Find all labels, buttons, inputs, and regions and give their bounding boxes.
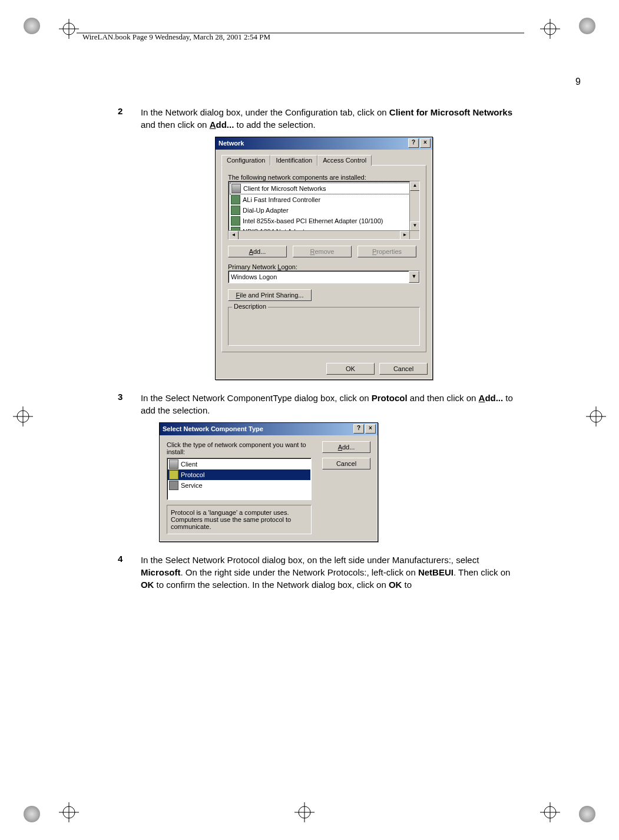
adapter-icon (231, 216, 240, 226)
step-text: In the Network dialog box, under the Con… (141, 106, 524, 131)
crosshair-icon (59, 19, 79, 39)
dialog-title: Select Network Component Type (163, 425, 263, 432)
components-label: The following network components are ins… (228, 174, 420, 181)
components-listbox[interactable]: Client for Microsoft Networks ALi Fast I… (228, 181, 420, 240)
list-item[interactable]: Intel 8255x-based PCI Ethernet Adapter (… (230, 216, 418, 226)
registration-mark-icon (579, 806, 595, 822)
crosshair-icon (294, 802, 315, 822)
list-item[interactable]: Client for Microsoft Networks (230, 183, 418, 194)
close-button[interactable]: × (420, 138, 431, 148)
doc-header: WireLAN.book Page 9 Wednesday, March 28,… (82, 32, 270, 42)
dialog-titlebar: Select Network Component Type ? × (160, 423, 378, 435)
properties-button[interactable]: Properties (358, 246, 416, 257)
registration-mark-icon (24, 18, 40, 34)
dialog-title: Network (219, 140, 244, 147)
component-type-listbox[interactable]: Client Protocol Service (167, 458, 312, 500)
step-text: In the Select Network ComponentType dial… (141, 392, 524, 416)
crosshair-icon (540, 802, 560, 822)
crosshair-icon (540, 19, 560, 39)
tab-access-control[interactable]: Access Control (317, 155, 372, 166)
step-number: 4 (118, 554, 138, 564)
dropdown-value: Windows Logon (229, 273, 409, 280)
step-number: 3 (118, 392, 138, 402)
list-item[interactable]: ALi Fast Infrared Controller (230, 194, 418, 205)
scroll-right-button[interactable]: ► (400, 231, 410, 240)
scroll-up-button[interactable]: ▲ (410, 181, 420, 191)
add-button[interactable]: Add... (322, 441, 370, 453)
horizontal-scrollbar[interactable]: ◄ ► (229, 230, 410, 239)
help-button[interactable]: ? (353, 424, 364, 434)
select-component-dialog: Select Network Component Type ? × Click … (159, 422, 378, 542)
adapter-icon (231, 206, 240, 215)
step-number: 2 (118, 106, 138, 116)
list-item[interactable]: Dial-Up Adapter (230, 205, 418, 216)
description-label: Description (232, 303, 268, 310)
scroll-left-button[interactable]: ◄ (229, 231, 239, 240)
close-button[interactable]: × (365, 424, 376, 434)
crosshair-icon (59, 802, 79, 822)
help-button[interactable]: ? (408, 138, 419, 148)
description-groupbox: Description (228, 307, 420, 346)
primary-logon-label: Primary Network Logon: (228, 263, 420, 270)
scroll-down-button[interactable]: ▼ (410, 221, 420, 231)
network-dialog: Network ? × Configuration Identification… (215, 137, 433, 380)
list-item[interactable]: Client (168, 459, 310, 469)
client-icon (231, 184, 241, 193)
tab-configuration[interactable]: Configuration (221, 155, 270, 166)
component-prompt: Click the type of network component you … (167, 441, 312, 455)
list-item[interactable]: Protocol (168, 469, 310, 480)
component-info: Protocol is a 'language' a computer uses… (167, 505, 312, 534)
registration-mark-icon (579, 18, 595, 34)
chevron-down-icon[interactable]: ▼ (409, 271, 419, 283)
step-text: In the Select Network Protocol dialog bo… (141, 554, 524, 591)
scroll-corner (409, 230, 419, 239)
crosshair-icon (13, 406, 33, 426)
cancel-button[interactable]: Cancel (322, 458, 370, 469)
add-button[interactable]: Add... (228, 246, 287, 257)
primary-logon-dropdown[interactable]: Windows Logon ▼ (228, 270, 420, 283)
client-icon (169, 459, 178, 469)
tab-identification[interactable]: Identification (270, 155, 317, 166)
service-icon (169, 481, 178, 490)
protocol-icon (169, 470, 178, 479)
crosshair-icon (586, 406, 606, 426)
dialog-titlebar: Network ? × (216, 137, 432, 150)
remove-button[interactable]: Remove (293, 246, 352, 257)
registration-mark-icon (24, 806, 40, 822)
vertical-scrollbar[interactable]: ▲ ▼ (409, 181, 419, 231)
cancel-button[interactable]: Cancel (379, 363, 428, 375)
list-item[interactable]: Service (168, 480, 310, 491)
ok-button[interactable]: OK (326, 363, 375, 375)
file-print-sharing-button[interactable]: File and Print Sharing... (228, 289, 312, 301)
adapter-icon (231, 195, 240, 204)
page-number: 9 (575, 77, 581, 87)
